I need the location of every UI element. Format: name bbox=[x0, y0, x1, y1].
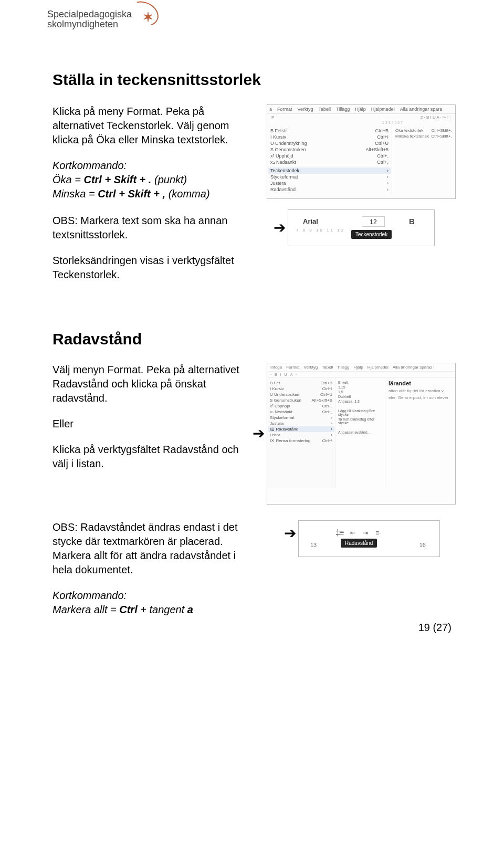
arrow-icon: ➔ bbox=[274, 220, 286, 235]
s1-obs: OBS: Markera text som ska ha annan texts… bbox=[52, 214, 252, 242]
indent-inc-icon: ⇥ bbox=[363, 529, 368, 537]
list-icon: ≡· bbox=[375, 529, 381, 537]
s2-kort: Kortkommando: Markera allt = Ctrl + tang… bbox=[52, 589, 252, 617]
page-number: 19 (27) bbox=[418, 622, 452, 634]
shot1-dropdown-right: Öka textstorlekCtrl+Skift+.Minska textst… bbox=[392, 125, 455, 195]
toolbar-fontsize-box: 12 bbox=[362, 216, 385, 227]
line-spacing-icon: ‡≡ bbox=[335, 528, 343, 538]
shot3-doc-preview: lärandet ation utifr tig del för ernativ… bbox=[385, 378, 455, 488]
radavstand-tooltip: Radavstånd bbox=[341, 539, 377, 548]
shot3-ribbon: ·BIUA· bbox=[267, 372, 455, 378]
logo: ✶ Specialpedagogiska skolmyndigheten bbox=[47, 9, 132, 29]
logo-star-icon: ✶ bbox=[143, 10, 153, 24]
s2-eller: Eller bbox=[52, 417, 252, 431]
s1-kort: Kortkommando: Öka = Ctrl + Skift + . (pu… bbox=[52, 159, 252, 201]
arrow-icon: ➔ bbox=[253, 426, 265, 441]
shot3-menubar: InfogaFormatVerktygTabellTilläggHjälpHjä… bbox=[267, 363, 455, 372]
toolbar-fontname: Arial bbox=[303, 217, 318, 225]
shot1-dropdown-left: B FetstilCtrl+BI KursivCtrl+IU Understry… bbox=[267, 125, 392, 195]
s1-p1: Klicka på meny Format. Peka på alternati… bbox=[52, 104, 252, 147]
screenshot-format-menu: aFormatVerktygTabellTilläggHjälpHjälpmed… bbox=[267, 104, 456, 199]
logo-line2: skolmyndigheten bbox=[47, 19, 132, 29]
shot1-menubar: aFormatVerktygTabellTilläggHjälpHjälpmed… bbox=[267, 105, 455, 114]
s2-p1: Välj menyn Format. Peka på alternativet … bbox=[52, 363, 252, 405]
shot3-dropdown-mid: Enkelt1,151,5DubbeltAnpassa: 1.3 Lägg ti… bbox=[335, 378, 385, 488]
s2-p2: Klicka på verktygsfältet Radavstånd och … bbox=[52, 443, 252, 471]
indent-dec-icon: ⇤ bbox=[350, 529, 355, 537]
screenshot-radavstand-menu: ➔ InfogaFormatVerktygTabellTilläggHjälpH… bbox=[267, 363, 456, 505]
section1-title: Ställa in teckensnittsstorlek bbox=[52, 71, 457, 89]
toolbar-bold-icon: B bbox=[409, 217, 415, 226]
s2-p3: OBS: Radavståndet ändras endast i det st… bbox=[52, 520, 252, 577]
s1-p3: Storleksändringen visas i verktygsfältet… bbox=[52, 254, 252, 282]
kort-label: Kortkommando: bbox=[52, 160, 127, 171]
arrow-icon: ➔ bbox=[284, 526, 296, 541]
screenshot-toolbar-fontsize: ➔ Arial 12 B 7 8 9 10 11 12 Teckenstorle… bbox=[288, 209, 435, 246]
shot3-dropdown-left: B FetCtrl+BI KursivCtrl+IU UnderstrukenC… bbox=[267, 378, 335, 488]
logo-line1: Specialpedagogiska bbox=[47, 9, 132, 19]
section2-title: Radavstånd bbox=[52, 330, 457, 348]
toolbar-tooltip: Teckenstorlek bbox=[351, 230, 392, 239]
screenshot-radavstand-toolbar: ➔ ‡≡ ⇤ ⇥ ≡· 13 16 Radavstånd bbox=[298, 520, 440, 557]
